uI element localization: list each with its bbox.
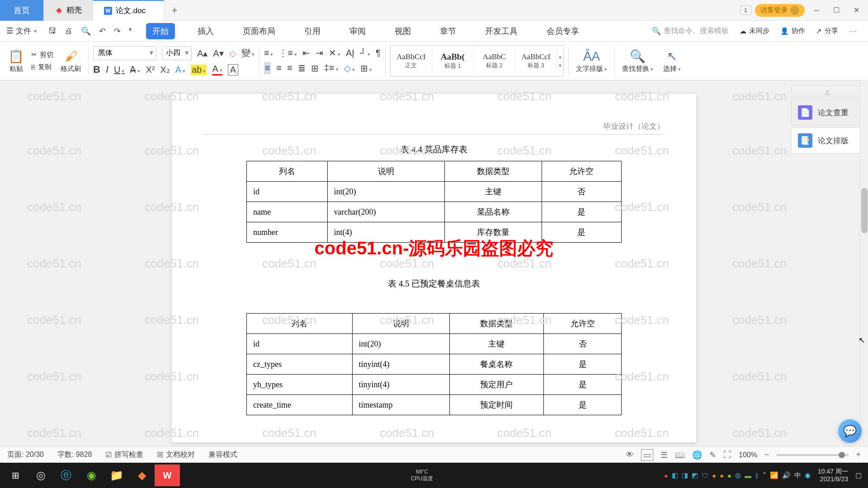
- outline-icon[interactable]: ☰: [660, 450, 668, 460]
- qat-more-icon[interactable]: ▾: [129, 26, 132, 36]
- save-icon[interactable]: 🖫: [48, 26, 57, 36]
- ime-icon[interactable]: 中: [794, 471, 801, 480]
- taskbar-clock[interactable]: 10:47 周一2021/8/23: [814, 468, 852, 483]
- task-explorer[interactable]: 📁: [104, 465, 129, 486]
- close-button[interactable]: ✕: [848, 4, 864, 17]
- status-page[interactable]: 页面: 20/30: [7, 450, 44, 460]
- menu-view[interactable]: 视图: [388, 23, 417, 39]
- tray-icon[interactable]: ●: [727, 472, 731, 479]
- line-spacing-button[interactable]: ‡≡▾: [324, 63, 339, 73]
- distributed-button[interactable]: ⊞: [311, 63, 319, 74]
- tray-icon[interactable]: 🛡: [702, 472, 708, 479]
- justify-button[interactable]: ≣: [298, 63, 306, 74]
- print-layout-icon[interactable]: ▭: [641, 449, 653, 461]
- show-marks-button[interactable]: ¶: [376, 48, 381, 58]
- tab-add[interactable]: +: [164, 5, 185, 16]
- increase-indent-button[interactable]: ⇥: [316, 47, 323, 58]
- tray-icon[interactable]: ●: [664, 472, 668, 479]
- font-name-select[interactable]: 黑体: [93, 46, 156, 60]
- zoom-slider[interactable]: [776, 454, 849, 456]
- status-proof[interactable]: ☒文档校对: [157, 450, 195, 460]
- page-indicator[interactable]: 1: [740, 5, 751, 15]
- font-color-button[interactable]: A▾: [212, 64, 222, 75]
- print-preview-icon[interactable]: 🔍: [81, 26, 91, 36]
- style-body[interactable]: AaBbCcI正文: [391, 45, 432, 77]
- tray-icon[interactable]: ◧: [672, 471, 678, 479]
- tray-icon[interactable]: ●: [720, 472, 724, 479]
- vertical-scrollbar[interactable]: [860, 80, 868, 427]
- tab-home[interactable]: 首页: [0, 0, 44, 21]
- task-obs[interactable]: ◎: [28, 465, 53, 486]
- minimize-button[interactable]: ─: [808, 4, 825, 17]
- search-input[interactable]: 🔍 查找命令、搜索模板: [652, 26, 729, 36]
- typeset-button[interactable]: ǍA文字排版▾: [573, 49, 610, 73]
- status-spell[interactable]: ☑拼写检查: [105, 450, 143, 460]
- font-size-select[interactable]: 小四: [162, 46, 192, 60]
- fit-icon[interactable]: ⛶: [723, 450, 731, 460]
- start-button[interactable]: ⊞: [3, 465, 28, 486]
- align-right-button[interactable]: ≡: [287, 63, 292, 73]
- document-page[interactable]: 毕业设计（论文） 表 4.4 菜品库存表 列名说明数据类型允许空 idint(2…: [172, 94, 696, 442]
- shading-button[interactable]: ◇▾: [344, 63, 355, 74]
- style-h2[interactable]: AaBbC标题 2: [474, 45, 515, 77]
- tray-icon[interactable]: ◨: [682, 471, 688, 479]
- zoom-out-button[interactable]: −: [764, 450, 769, 460]
- align-center-button[interactable]: ≡: [276, 63, 282, 73]
- menu-review[interactable]: 审阅: [343, 23, 372, 39]
- cpu-temp-widget[interactable]: 68°CCPU温度: [406, 469, 439, 483]
- scroll-thumb[interactable]: [861, 188, 868, 233]
- panel-paper-check[interactable]: 📄 论文查重: [791, 99, 863, 126]
- chevron-up-icon[interactable]: ˄: [763, 471, 766, 479]
- bold-button[interactable]: B: [93, 64, 100, 75]
- eye-icon[interactable]: 👁: [626, 450, 634, 460]
- menu-dev[interactable]: 开发工具: [479, 23, 524, 39]
- shrink-font-icon[interactable]: A▾: [213, 48, 223, 59]
- task-ie[interactable]: ⓔ: [53, 465, 79, 486]
- redo-icon[interactable]: ↷: [114, 26, 121, 36]
- file-menu[interactable]: ☰ 文件 ▾: [0, 21, 43, 41]
- zoom-level[interactable]: 100%: [739, 451, 757, 459]
- cut-button[interactable]: ✂剪切: [31, 51, 53, 59]
- sort-button[interactable]: AĮ: [346, 48, 354, 58]
- tabs-button[interactable]: ┘▾: [360, 48, 370, 58]
- decrease-indent-button[interactable]: ⇤: [302, 47, 310, 58]
- security-icon[interactable]: ◉: [805, 471, 811, 479]
- format-painter-button[interactable]: 🖌格式刷: [58, 49, 84, 73]
- more-icon[interactable]: ⋯: [849, 26, 857, 36]
- volume-icon[interactable]: 🔊: [782, 471, 791, 479]
- menu-ref[interactable]: 引用: [298, 23, 327, 39]
- task-app1[interactable]: ◆: [129, 465, 155, 486]
- tab-daoke[interactable]: ◆ 稻壳: [44, 0, 93, 21]
- print-icon[interactable]: 🖨: [65, 26, 73, 36]
- zoom-handle[interactable]: [839, 452, 845, 458]
- task-wps[interactable]: W: [155, 465, 180, 486]
- undo-icon[interactable]: ↶: [99, 26, 106, 36]
- borders-button[interactable]: ⊞▾: [360, 63, 372, 74]
- tray-icon[interactable]: ◩: [692, 471, 698, 479]
- panel-toggle[interactable]: △: [791, 86, 863, 98]
- reading-icon[interactable]: 📖: [675, 450, 685, 460]
- share-button[interactable]: ↗分享: [816, 27, 838, 35]
- phonetic-icon[interactable]: 變▾: [241, 47, 255, 59]
- sync-status[interactable]: ☁未同步: [740, 27, 769, 35]
- style-h1[interactable]: AaBb(标题 1: [432, 45, 474, 77]
- asian-layout-button[interactable]: ✕▾: [329, 47, 340, 58]
- menu-chapter[interactable]: 章节: [434, 23, 462, 39]
- char-border-button[interactable]: A: [228, 64, 238, 75]
- style-scroll-up[interactable]: ▴: [559, 53, 561, 60]
- menu-start[interactable]: 开始: [146, 23, 175, 39]
- collab-button[interactable]: 👤协作: [780, 27, 805, 35]
- menu-page[interactable]: 页面布局: [236, 23, 282, 39]
- grow-font-icon[interactable]: A▴: [197, 48, 208, 59]
- bullets-button[interactable]: ≡▾: [264, 48, 274, 58]
- task-browser[interactable]: ◉: [79, 465, 104, 486]
- menu-insert[interactable]: 插入: [191, 23, 220, 39]
- style-scroll-down[interactable]: ▾: [559, 62, 561, 69]
- clear-format-icon[interactable]: ◇: [229, 48, 236, 59]
- highlight-button[interactable]: ab▾: [191, 65, 207, 75]
- panel-paper-layout[interactable]: 📑 论文排版: [791, 127, 863, 154]
- edit-icon[interactable]: ✎: [709, 450, 716, 460]
- zoom-in-button[interactable]: +: [856, 450, 861, 460]
- tray-icon[interactable]: ◎: [735, 471, 741, 479]
- strikethrough-button[interactable]: A̶▾: [130, 64, 140, 75]
